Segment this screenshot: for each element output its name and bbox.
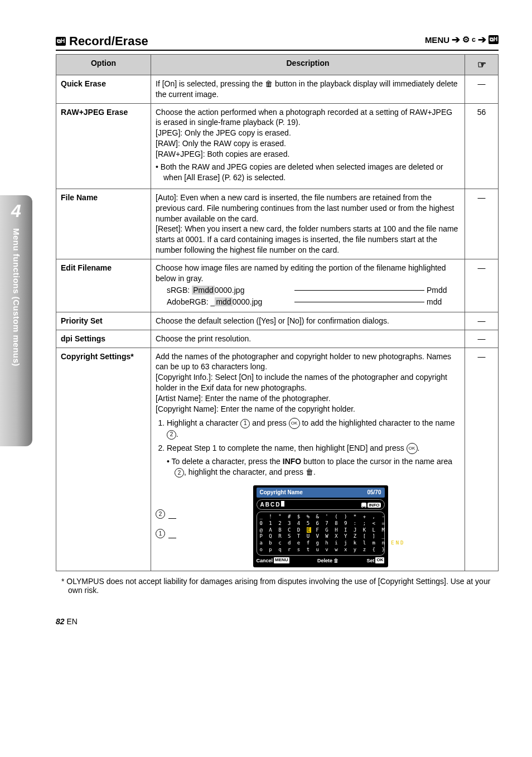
option-ref <box>465 330 499 348</box>
camera-screen-mock: Copyright Name 05/70 ABCD ␣ INFO _ ! " <box>253 485 388 567</box>
step-2: Repeat Step 1 to complete the name, then… <box>167 443 460 478</box>
table-row: File Name [Auto]: Even when a new card i… <box>56 189 499 259</box>
option-ref <box>465 312 499 330</box>
gear-icon <box>462 35 470 45</box>
page-footer: 82 EN <box>56 617 499 626</box>
callout-1-icon: 1 <box>156 529 165 538</box>
pointer-icon <box>477 61 486 70</box>
section-icon: ⧉H <box>56 37 66 46</box>
cs-set: Set <box>366 557 374 564</box>
trash-icon <box>306 468 313 476</box>
option-ref <box>465 189 499 259</box>
cs-keyboard: _ ! " # $ % & ' ( ) * + , - . / 0 1 2 3 … <box>257 512 385 555</box>
option-label: Edit Filename <box>56 259 151 312</box>
option-label: Copyright Settings* <box>56 348 151 571</box>
th-option: Option <box>56 54 151 75</box>
ok-box-icon: OK <box>375 557 384 563</box>
arrow-icon: ➔ <box>478 33 486 46</box>
section-heading: ⧉H Record/Erase MENU ➔ c ➔ ⧉H <box>56 33 499 51</box>
option-ref <box>465 259 499 312</box>
menu-box-icon: MENU <box>274 557 289 563</box>
table-row: RAW+JPEG Erase Choose the action perform… <box>56 103 499 189</box>
gear-sub: c <box>472 36 476 44</box>
option-ref <box>465 75 499 103</box>
circle-2-icon: 2 <box>175 468 184 478</box>
option-label: dpi Settings <box>56 330 151 348</box>
option-label: Quick Erase <box>56 75 151 103</box>
option-ref <box>465 348 499 571</box>
ok-icon: OK <box>289 418 300 429</box>
info-icon: INFO <box>367 503 380 508</box>
option-ref: 56 <box>465 103 499 189</box>
option-desc: Choose the action performed when a photo… <box>151 103 465 189</box>
circle-2-icon: 2 <box>167 430 176 440</box>
options-table: Option Description Quick Erase If [On] i… <box>56 54 499 571</box>
section-title: Record/Erase <box>69 34 148 49</box>
table-row: Priority Set Choose the default selectio… <box>56 312 499 330</box>
th-ref <box>465 54 499 75</box>
table-row: dpi Settings Choose the print resolution… <box>56 330 499 348</box>
option-desc: Choose the default selection ([Yes] or [… <box>151 312 465 330</box>
cs-delete: Delete <box>317 557 332 564</box>
option-desc: Choose how image files are named by edit… <box>151 259 465 312</box>
option-label: Priority Set <box>56 312 151 330</box>
table-row: Quick Erase If [On] is selected, pressin… <box>56 75 499 103</box>
option-desc: [Auto]: Even when a new card is inserted… <box>151 189 465 259</box>
callout-2-icon: 2 <box>156 509 165 519</box>
cs-typed: ABCD <box>260 502 281 508</box>
th-description: Description <box>151 54 465 75</box>
section-icon-right: ⧉H <box>489 35 499 44</box>
space-icon: ␣ <box>361 503 366 508</box>
step-1: Highlight a character 1 and press OK to … <box>167 418 460 440</box>
ok-icon: OK <box>407 443 418 454</box>
option-desc: Choose the print resolution. <box>151 330 465 348</box>
option-desc: Add the names of the photographer and co… <box>151 348 465 571</box>
page-lang: EN <box>66 617 77 626</box>
footnote: * OLYMPUS does not accept liability for … <box>61 577 499 595</box>
menu-label: MENU <box>425 35 449 45</box>
step-2-bullet: To delete a character, press the INFO bu… <box>175 456 460 478</box>
page-number: 82 <box>56 617 65 626</box>
menu-path: MENU ➔ c ➔ ⧉H <box>425 33 499 46</box>
option-label: RAW+JPEG Erase <box>56 103 151 189</box>
table-row: Edit Filename Choose how image files are… <box>56 259 499 312</box>
table-row: Copyright Settings* Add the names of the… <box>56 348 499 571</box>
circle-1-icon: 1 <box>240 419 250 428</box>
arrow-icon: ➔ <box>452 33 460 46</box>
cs-title: Copyright Name <box>260 489 303 496</box>
cs-counter: 05/70 <box>367 489 381 496</box>
cursor-icon <box>281 501 284 507</box>
cs-cancel: Cancel <box>257 557 273 564</box>
trash-icon: 🗑 <box>333 557 338 564</box>
option-desc: If [On] is selected, pressing the button… <box>151 75 465 103</box>
option-label: File Name <box>56 189 151 259</box>
trash-icon <box>265 80 273 88</box>
